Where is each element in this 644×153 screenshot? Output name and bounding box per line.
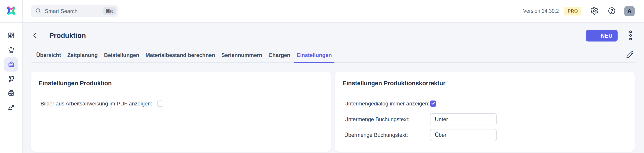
dashboard-grid-icon [8, 32, 15, 40]
tabs: Übersicht Zeitplanung Beistellungen Mate… [31, 51, 634, 63]
logo-cell [0, 0, 22, 22]
kebab-menu-button[interactable] [626, 30, 634, 41]
gear-icon [590, 7, 598, 16]
plus-icon [591, 32, 597, 40]
sidebar-item-logistics[interactable] [4, 72, 18, 86]
setting-row-untermengedialog: Untermengedialog immer anzeigen: [344, 98, 627, 110]
production-building-icon [8, 60, 15, 69]
tab-chargen[interactable]: Chargen [266, 52, 294, 62]
card-title: Einstellungen Produktionskorrektur [342, 80, 627, 87]
version-label: Version 24.39.2 [523, 8, 559, 14]
check-icon [431, 101, 436, 106]
checkbox-untermengedialog[interactable] [430, 100, 436, 107]
checkbox-bilder-pdf[interactable] [157, 100, 164, 107]
page-header: Produktion NEU [31, 29, 634, 42]
sidebar-item-procurement[interactable] [4, 43, 18, 57]
setting-label: Übermenge Buchungstext: [344, 132, 430, 138]
search-icon [35, 8, 41, 15]
help-icon [608, 7, 616, 16]
setting-row-pdf-bilder: Bilder aus Arbeitsanweisung im PDF anzei… [40, 98, 323, 110]
sidebar-item-statistics[interactable] [4, 100, 18, 115]
untermenge-buchungstext-input[interactable] [430, 113, 497, 125]
sidebar [0, 23, 22, 153]
tab-zeitplanung[interactable]: Zeitplanung [64, 52, 101, 62]
tab-einstellungen[interactable]: Einstellungen [294, 52, 335, 62]
kebab-menu-icon [628, 30, 632, 41]
sidebar-item-dashboard[interactable] [4, 29, 18, 43]
search-placeholder: Smart Search [45, 8, 104, 14]
hand-truck-icon [8, 75, 15, 83]
card-title: Einstellungen Produktion [38, 80, 323, 87]
avatar[interactable]: A [624, 6, 634, 16]
main-content: Produktion NEU Übersicht Zeitplan [22, 23, 644, 153]
back-button[interactable] [31, 31, 38, 40]
setting-label: Untermengedialog immer anzeigen: [344, 100, 430, 107]
setting-row-untermenge-buchungstext: Untermenge Buchungstext: [344, 113, 627, 125]
tab-uebersicht[interactable]: Übersicht [33, 52, 64, 62]
chevron-left-icon [31, 32, 38, 40]
card-einstellungen-produktion: Einstellungen Produktion Bilder aus Arbe… [31, 72, 331, 152]
tab-materialbestand-berechnen[interactable]: Materialbestand berechnen [142, 52, 218, 62]
topbar: Smart Search ⌘K Version 24.39.2 PRO A [0, 0, 644, 23]
setting-label: Untermenge Buchungstext: [344, 116, 430, 122]
money-banknote-icon [8, 89, 15, 97]
new-button[interactable]: NEU [586, 30, 618, 42]
new-button-label: NEU [601, 33, 613, 39]
uebermenge-buchungstext-input[interactable] [430, 129, 497, 141]
search-input[interactable]: Smart Search ⌘K [31, 6, 118, 17]
search-shortcut-badge: ⌘K [104, 8, 116, 15]
pro-badge: PRO [564, 7, 581, 16]
edit-button[interactable] [626, 51, 634, 62]
sidebar-item-finance[interactable] [4, 86, 18, 100]
tab-seriennummern[interactable]: Seriennummern [218, 52, 266, 62]
tab-beistellungen[interactable]: Beistellungen [101, 52, 142, 62]
trend-chart-icon [8, 104, 15, 111]
settings-button[interactable] [590, 7, 599, 16]
setting-row-uebermenge-buchungstext: Übermenge Buchungstext: [344, 129, 627, 141]
help-button[interactable] [607, 7, 616, 16]
brand-x-logo-icon [5, 5, 17, 18]
page-title: Produktion [49, 32, 86, 40]
pencil-icon [626, 56, 634, 59]
setting-label: Bilder aus Arbeitsanweisung im PDF anzei… [40, 100, 152, 107]
sidebar-item-production[interactable] [4, 57, 18, 72]
cart-upload-icon [8, 46, 15, 54]
card-einstellungen-produktionskorrektur: Einstellungen Produktionskorrektur Unter… [335, 72, 635, 152]
